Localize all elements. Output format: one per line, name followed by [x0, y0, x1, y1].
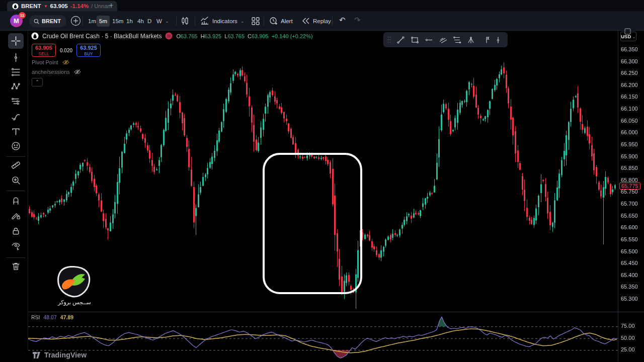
chart-style-button[interactable]	[181, 17, 189, 25]
pattern-tool[interactable]	[11, 81, 21, 91]
fib-retracement-icon[interactable]	[453, 36, 461, 44]
magnet-mode[interactable]	[11, 196, 21, 205]
rsi-value: 48.07	[44, 314, 57, 320]
currency-button[interactable]: USD ⌄	[620, 32, 636, 41]
eye-off-icon[interactable]	[62, 59, 69, 65]
rsi-legend[interactable]: RSI 48.07 47.89	[31, 314, 73, 320]
rsi-tick: 75.00	[621, 323, 635, 329]
undo-button[interactable]: ↶	[339, 16, 346, 25]
price-tick: 65.850	[621, 165, 638, 171]
new-tab-button[interactable]: +	[107, 1, 116, 10]
pitchfork-icon[interactable]	[467, 36, 475, 44]
pane-separator[interactable]	[28, 312, 644, 312]
forecast-icon	[11, 97, 21, 106]
drag-handle[interactable]	[387, 36, 391, 43]
tradingview-brand[interactable]: TradingView	[32, 351, 87, 359]
search-icon	[34, 19, 39, 24]
low-value: 63.765	[227, 33, 245, 39]
overlay-row-pivot-point[interactable]: Pivot Point	[32, 59, 69, 65]
change-value: +0.140 (+0.22%)	[272, 33, 313, 39]
horizontal-line-icon[interactable]	[425, 36, 433, 44]
fib-tool[interactable]	[11, 67, 21, 77]
redo-button[interactable]: ↷	[354, 16, 361, 25]
trend-line-icon[interactable]	[396, 36, 405, 44]
timeframe-chevron-icon[interactable]: ⌄	[165, 19, 169, 24]
timeframe-D[interactable]: D	[145, 16, 154, 27]
rectangle-icon[interactable]	[411, 36, 419, 44]
rsi-name: RSI	[31, 314, 40, 320]
price-tick: 65.650	[621, 213, 638, 219]
price-tick: 65.900	[621, 153, 638, 159]
zoom-in-tool[interactable]	[11, 175, 21, 185]
ohlc-values: O63.765 H63.925 L63.765 C63.905 +0.140 (…	[176, 33, 312, 39]
emoji-tool[interactable]	[11, 141, 21, 151]
forecast-tool[interactable]	[11, 97, 21, 106]
price-tick: 65.600	[621, 224, 638, 230]
crosshair-tool[interactable]	[8, 33, 24, 49]
oil-drop-icon	[12, 3, 19, 10]
open-value: 63.765	[181, 33, 198, 39]
buy-button[interactable]: 63.925 BUY	[76, 44, 101, 57]
main-toolbar: M 11 BRENT 1m5m15m1h4hDW ⌄ Indicators ⌄ …	[0, 11, 644, 31]
replay-button[interactable]: Replay	[302, 11, 331, 31]
long-position-icon[interactable]	[481, 36, 490, 44]
brush-tool[interactable]	[11, 112, 21, 121]
timeframe-5m[interactable]: 5m	[97, 16, 110, 27]
rsi-pane[interactable]	[28, 313, 618, 361]
price-tick: 65.300	[621, 296, 638, 302]
high-value: 63.925	[205, 33, 222, 39]
timeframe-1h[interactable]: 1h	[124, 16, 135, 27]
timeframe-W[interactable]: W	[154, 16, 165, 27]
text-tool[interactable]	[11, 127, 21, 136]
chart-legend[interactable]: Crude Oil Brent Cash · 5 · BlackBull Mar…	[31, 32, 313, 40]
highlight-rectangle-drawing[interactable]	[263, 153, 362, 294]
alert-button[interactable]: Alert	[269, 11, 293, 31]
price-tick: 66.300	[621, 58, 638, 64]
tab-change: -1.14%	[70, 3, 89, 9]
zoom-in-icon	[11, 175, 21, 185]
trash-icon	[11, 261, 21, 271]
search-value: BRENT	[42, 18, 61, 24]
tab-symbol: BRENT	[21, 3, 41, 9]
collapse-legend-button[interactable]: ⌃	[32, 78, 43, 86]
tradingview-label: TradingView	[44, 351, 87, 359]
lock-all-drawings[interactable]	[11, 226, 21, 236]
symbol-title: Crude Oil Brent Cash · 5 · BlackBull Mar…	[42, 33, 162, 40]
emoji-icon	[11, 141, 21, 151]
parallel-channel-icon[interactable]	[439, 36, 447, 44]
trend-line-tool[interactable]	[11, 53, 21, 62]
price-tick: 65.700	[621, 201, 638, 207]
sell-button[interactable]: 63.905 SELL	[32, 44, 56, 57]
overlay-row-sessions[interactable]: anche/sessions	[32, 69, 81, 75]
eye-cursor-icon	[11, 241, 21, 251]
indicators-chevron-icon: ⌄	[240, 19, 245, 24]
drawing-mode-lock[interactable]	[11, 211, 21, 220]
measure-tool[interactable]	[11, 160, 21, 170]
compare-add-button[interactable]	[70, 16, 81, 26]
magnet-icon	[11, 196, 21, 205]
vertical-line-icon[interactable]	[495, 36, 504, 44]
alert-label: Alert	[281, 18, 293, 24]
indicators-icon	[200, 17, 209, 25]
browser-tab[interactable]: BRENT ▼ 63.905 -1.14% / Unnam	[7, 1, 117, 11]
price-tick: 65.450	[621, 260, 638, 266]
source-menu-icon[interactable]	[165, 32, 173, 40]
broker-watermark: ســجس بروکر	[55, 266, 94, 306]
hide-drawings[interactable]	[11, 241, 21, 251]
templates-button[interactable]	[252, 17, 260, 25]
eye-off-icon[interactable]	[74, 69, 81, 75]
sell-price: 63.905	[32, 45, 55, 51]
price-tick: 65.350	[621, 284, 638, 290]
trading-platform: BRENT ▼ 63.905 -1.14% / Unnam + M 11 BRE…	[0, 0, 644, 362]
price-tick: 66.250	[621, 70, 638, 76]
indicators-button[interactable]: Indicators ⌄	[200, 11, 244, 31]
symbol-search[interactable]: BRENT	[29, 15, 66, 27]
rsi-tick: 25.00	[621, 346, 635, 352]
xabcd-pattern-icon	[11, 81, 21, 91]
remove-drawings[interactable]	[11, 261, 21, 271]
alert-clock-icon	[269, 17, 278, 25]
tab-direction-icon: ▼	[44, 4, 48, 9]
price-tick: 66.350	[621, 46, 638, 52]
buy-price: 63.925	[77, 45, 100, 51]
last-price-label: 65.775	[619, 183, 640, 190]
